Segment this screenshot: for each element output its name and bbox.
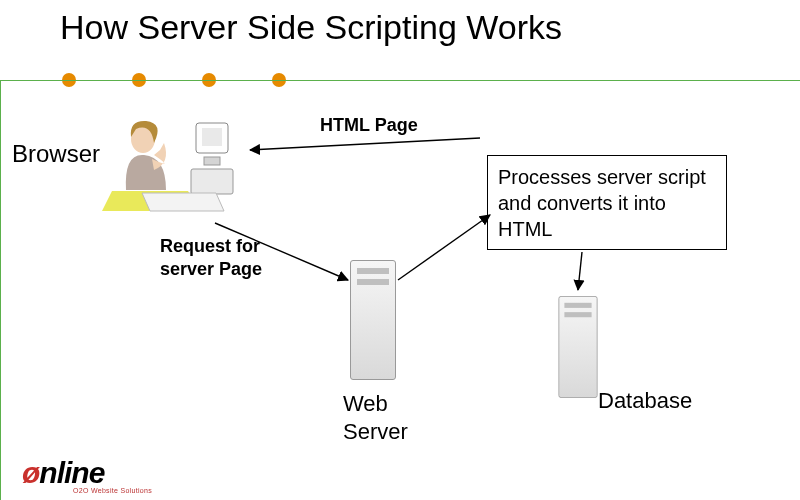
web-server-label: Web Server — [343, 390, 408, 445]
request-label: Request for server Page — [160, 235, 262, 280]
brand-subtext: O2O Website Solutions — [73, 487, 152, 494]
logo-o-icon: ø — [22, 456, 39, 489]
browser-label: Browser — [12, 140, 100, 168]
process-box: Processes server script and converts it … — [487, 155, 727, 250]
svg-rect-1 — [202, 128, 222, 146]
svg-marker-6 — [142, 193, 224, 211]
database-label: Database — [598, 388, 692, 414]
horizontal-rule — [0, 80, 800, 81]
web-server-icon — [350, 260, 396, 380]
vertical-rule — [0, 80, 1, 500]
page-title: How Server Side Scripting Works — [60, 8, 562, 47]
svg-rect-3 — [191, 169, 233, 194]
brand-logo: ønline — [22, 456, 104, 490]
arrow-server-to-process — [398, 215, 490, 280]
database-server-icon — [558, 296, 597, 398]
arrow-process-to-db — [578, 252, 582, 290]
html-page-label: HTML Page — [320, 115, 418, 136]
svg-rect-2 — [204, 157, 220, 165]
logo-text: nline — [39, 456, 104, 489]
person-at-computer-icon — [96, 115, 246, 225]
arrow-html-to-browser — [250, 138, 480, 150]
